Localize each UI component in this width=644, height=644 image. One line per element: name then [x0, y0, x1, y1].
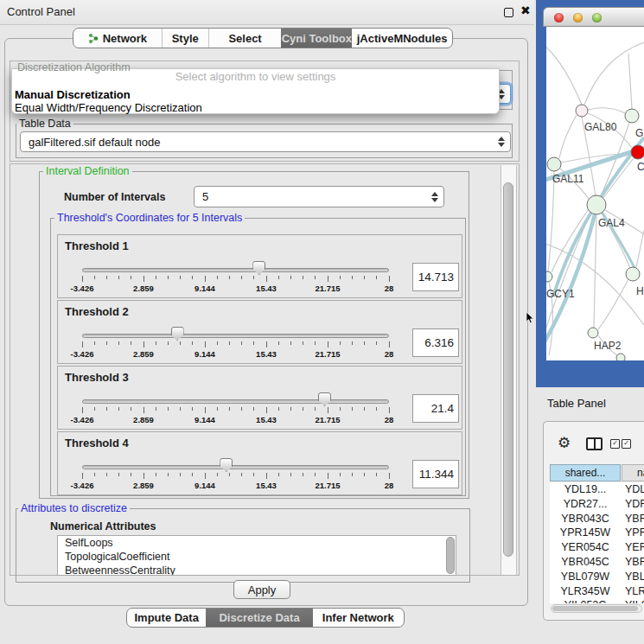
combo-arrows-icon [430, 192, 438, 202]
tab-discretize-data-label: Discretize Data [219, 611, 299, 624]
slider-tick-label: 2.859 [124, 415, 163, 424]
slider-tick [106, 276, 107, 279]
threshold-panel: Threshold 1-3.4262.8599.14415.4321.71528… [57, 234, 462, 298]
apply-button[interactable]: Apply [233, 580, 290, 599]
network-thick-edge[interactable] [546, 214, 595, 345]
table-row[interactable]: YDR27...YDR2 [550, 497, 644, 512]
network-node[interactable] [576, 105, 588, 117]
minimize-traffic-light-icon[interactable] [573, 13, 583, 22]
slider-tick [205, 473, 206, 479]
network-edge[interactable] [546, 44, 582, 105]
slider-tick-label: -3.426 [63, 284, 101, 293]
threshold-slider-track[interactable] [82, 334, 389, 338]
slider-tick [205, 341, 206, 348]
table-row[interactable]: YIL052CYIL0 [550, 598, 644, 603]
tab-select[interactable]: Select [208, 29, 282, 48]
number-of-intervals-combobox[interactable]: 5 [194, 186, 444, 207]
network-thick-edge[interactable] [553, 227, 583, 296]
table-row[interactable]: YPR145WYPR1 [550, 526, 644, 540]
cell-name: YPR1 [622, 526, 644, 540]
slider-tick [205, 276, 206, 282]
threshold-panel: Threshold 2-3.4262.8599.14415.4321.71528… [57, 300, 462, 364]
table-row[interactable]: YDL19...YDL1 [550, 482, 644, 497]
tab-cyni-toolbox[interactable]: Cyni Toolbox [281, 29, 352, 48]
threshold-value-field[interactable]: 11.344 [412, 460, 459, 488]
tab-infer-network[interactable]: Infer Network [313, 609, 404, 627]
network-node[interactable] [616, 354, 625, 360]
close-traffic-light-icon[interactable] [554, 13, 564, 22]
table-panel-title: Table Panel [547, 397, 606, 410]
network-edge[interactable] [603, 158, 634, 198]
threshold-slider-track[interactable] [82, 465, 389, 469]
tab-jactivemnodules[interactable]: jActiveMNodules [352, 29, 452, 48]
threshold-slider-thumb[interactable] [220, 458, 233, 472]
table-hscrollbar-thumb[interactable] [552, 606, 638, 611]
slider-tick [328, 473, 328, 479]
threshold-value-field[interactable]: 6.316 [412, 328, 459, 357]
network-edge[interactable] [559, 115, 577, 158]
slider-tick [94, 407, 95, 411]
tab-discretize-data[interactable]: Discretize Data [206, 609, 312, 627]
network-node[interactable] [547, 157, 561, 171]
attribute-list-item[interactable]: TopologicalCoefficient [58, 550, 456, 564]
network-node[interactable] [625, 109, 639, 123]
list-scrollbar[interactable] [446, 537, 455, 574]
threshold-slider-thumb[interactable] [252, 261, 265, 275]
numerical-attributes-list[interactable]: SelfLoopsTopologicalCoefficientBetweenne… [57, 535, 456, 576]
slider-tick [156, 473, 156, 476]
threshold-slider-thumb[interactable] [318, 392, 331, 406]
slider-tick [82, 473, 83, 479]
threshold-slider-track[interactable] [82, 399, 389, 404]
tab-network[interactable]: Network [73, 29, 162, 48]
network-node[interactable] [587, 195, 606, 214]
network-window-titlebar[interactable] [543, 7, 644, 27]
network-edge[interactable] [628, 54, 632, 109]
network-edge[interactable] [548, 171, 554, 272]
dropdown-option-manual[interactable]: Manual Discretization [15, 88, 496, 101]
table-row[interactable]: YER054CYER0 [550, 540, 644, 555]
settings-gear-icon[interactable]: ⚙ [558, 434, 571, 451]
tab-impute-data[interactable]: Impute Data [127, 609, 206, 627]
table-hscrollbar[interactable] [551, 604, 642, 613]
network-edge[interactable] [636, 230, 644, 267]
network-node[interactable] [631, 145, 644, 159]
column-header-shared[interactable]: shared... [550, 464, 621, 481]
network-edge[interactable] [588, 108, 625, 113]
float-window-icon[interactable] [504, 8, 513, 17]
attribute-list-item[interactable]: SelfLoops [58, 536, 456, 550]
checked-box-icon[interactable]: ✓ [610, 439, 620, 449]
split-view-icon[interactable] [586, 437, 603, 450]
dropdown-option-equal-width[interactable]: Equal Width/Frequency Discretization [15, 101, 496, 114]
network-canvas[interactable]: GAL80GCGAL11GAL4HGCY1HAP2 [546, 27, 644, 360]
slider-tick [303, 407, 303, 411]
threshold-slider-thumb[interactable] [171, 327, 184, 341]
network-edge[interactable] [598, 279, 628, 329]
network-node[interactable] [588, 328, 598, 338]
close-icon[interactable]: ✖ [520, 3, 531, 17]
network-node[interactable] [546, 271, 552, 282]
checked-box-icon[interactable]: ✓ [622, 439, 631, 449]
table-data-combobox[interactable]: galFiltered.sif default node [20, 131, 511, 152]
attribute-list-item[interactable]: BetweennessCentrality [58, 564, 456, 576]
table-row[interactable]: YLR345WYLR3 [550, 584, 644, 599]
table-row[interactable]: YBL079WYBL0 [550, 570, 644, 584]
slider-tick [352, 341, 353, 345]
table-row[interactable]: YBR045CYBR0 [550, 555, 644, 570]
threshold-value-field[interactable]: 21.4 [412, 394, 459, 423]
network-node[interactable] [626, 267, 640, 281]
zoom-traffic-light-icon[interactable] [592, 13, 602, 22]
table-row[interactable]: YBR043CYBR0 [550, 512, 644, 526]
threshold-value-field[interactable]: 14.713 [412, 263, 459, 291]
number-of-intervals-value: 5 [202, 187, 208, 207]
cell-name: YBR0 [622, 555, 644, 570]
column-header-name[interactable]: name [622, 464, 644, 481]
network-edge[interactable] [584, 42, 644, 105]
tab-impute-data-label: Impute Data [135, 611, 199, 624]
tab-style[interactable]: Style [162, 29, 208, 48]
slider-tick-label: -3.426 [63, 481, 101, 490]
cell-name: YBL0 [622, 570, 644, 584]
threshold-slider-track[interactable] [82, 268, 389, 272]
slider-tick [217, 473, 218, 476]
panel-scrollbar-thumb[interactable] [503, 182, 513, 557]
slider-tick [192, 276, 193, 279]
